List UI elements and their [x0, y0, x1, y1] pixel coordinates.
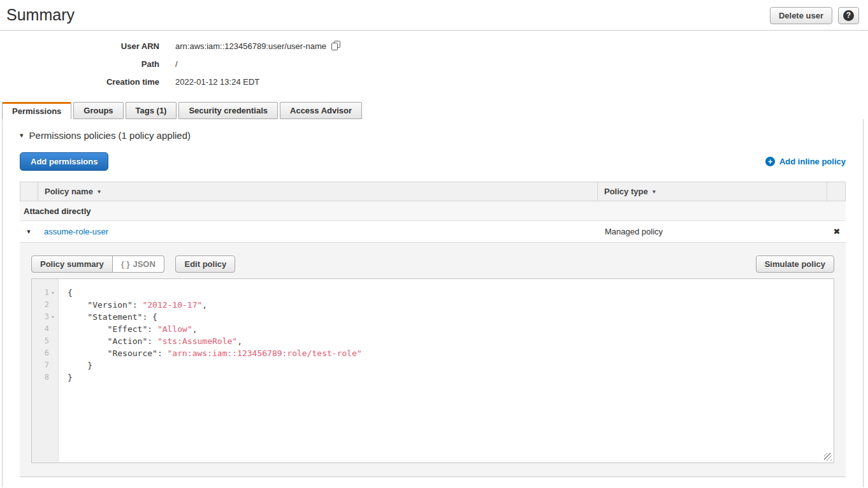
- info-row: User ARNarn:aws:iam::123456789:user/user…: [0, 42, 868, 50]
- line-number: 2: [32, 299, 58, 311]
- code-line: "Effect": "Allow",: [68, 323, 834, 335]
- policy-json-editor[interactable]: 1▾23▾45678 { "Version": "2012-10-17", "S…: [31, 278, 834, 463]
- permissions-toolbar: Add permissions + Add inline policy: [20, 152, 846, 171]
- tab-security-credentials[interactable]: Security credentials: [178, 102, 278, 119]
- expand-column-header: [20, 182, 38, 201]
- code-line: "Action": "sts:AssumeRole",: [68, 335, 834, 347]
- remove-column-header: [827, 182, 845, 201]
- json-button-label: JSON: [133, 259, 155, 269]
- header-actions: Delete user ?: [770, 7, 859, 24]
- collapse-caret-icon: ▾: [20, 131, 24, 140]
- policy-name-column-header[interactable]: Policy name ▾: [38, 182, 598, 201]
- code-line: {: [68, 287, 834, 299]
- info-row: Creation time2022-01-12 13:24 EDT: [0, 78, 868, 86]
- help-button[interactable]: ?: [838, 7, 859, 24]
- copy-icon[interactable]: [331, 41, 340, 52]
- editor-code-area[interactable]: { "Version": "2012-10-17", "Statement": …: [59, 279, 834, 463]
- help-icon: ?: [843, 10, 854, 21]
- permissions-tab-panel: ▾ Permissions policies (1 policy applied…: [2, 119, 864, 487]
- fold-caret-icon[interactable]: ▾: [49, 287, 57, 299]
- row-expand-caret-icon[interactable]: ▾: [20, 227, 38, 236]
- line-number: 6: [32, 347, 58, 359]
- policy-table: Policy name ▾ Policy type ▾ Attached dir…: [20, 182, 846, 477]
- view-buttons-group: Policy summary { } JSON Edit policy: [31, 255, 235, 273]
- info-value: 2022-01-12 13:24 EDT: [175, 77, 259, 87]
- code-line: "Version": "2012-10-17",: [68, 299, 834, 311]
- info-label: Creation time: [0, 77, 159, 87]
- code-line: "Statement": {: [68, 311, 834, 323]
- tab-tags-1[interactable]: Tags (1): [126, 102, 177, 119]
- policy-type-header-label: Policy type: [604, 187, 648, 196]
- editor-line-number-gutter: 1▾23▾45678: [32, 279, 59, 463]
- line-number: 3▾: [32, 311, 58, 323]
- policy-type-cell: Managed policy: [598, 227, 828, 236]
- fold-caret-icon[interactable]: ▾: [49, 311, 57, 323]
- line-number: 8: [32, 371, 58, 384]
- info-row: Path/: [0, 60, 868, 68]
- tab-bar: PermissionsGroupsTags (1)Security creden…: [0, 102, 868, 119]
- sort-caret-icon: ▾: [653, 188, 656, 195]
- policy-type-column-header[interactable]: Policy type ▾: [598, 182, 827, 201]
- page-header: Summary Delete user ?: [0, 0, 868, 31]
- policy-table-row: ▾ assume-role-user Managed policy ✖: [20, 221, 846, 242]
- info-label: User ARN: [0, 41, 159, 51]
- page-title: Summary: [6, 5, 75, 24]
- info-value: arn:aws:iam::123456789:user/user-name: [175, 41, 340, 52]
- json-view-button[interactable]: { } JSON: [113, 255, 164, 273]
- tab-groups[interactable]: Groups: [73, 102, 123, 119]
- code-line: }: [68, 371, 834, 384]
- detach-policy-icon[interactable]: ✖: [828, 227, 846, 236]
- tab-access-advisor[interactable]: Access Advisor: [280, 102, 362, 119]
- line-number: 1▾: [32, 287, 58, 299]
- add-inline-policy-label: Add inline policy: [779, 157, 846, 166]
- line-number: 7: [32, 359, 58, 371]
- user-info-section: User ARNarn:aws:iam::123456789:user/user…: [0, 31, 868, 102]
- add-permissions-button[interactable]: Add permissions: [20, 152, 108, 171]
- policy-name-link[interactable]: assume-role-user: [44, 227, 108, 236]
- editor-resize-handle[interactable]: [824, 453, 832, 461]
- delete-user-button[interactable]: Delete user: [770, 7, 832, 24]
- add-inline-policy-link[interactable]: + Add inline policy: [765, 157, 846, 166]
- simulate-policy-button[interactable]: Simulate policy: [756, 255, 834, 273]
- braces-icon: { }: [121, 259, 130, 269]
- policy-detail-panel: Policy summary { } JSON Edit policy Simu…: [20, 242, 846, 477]
- table-header-row: Policy name ▾ Policy type ▾: [20, 182, 846, 201]
- tab-permissions[interactable]: Permissions: [2, 102, 71, 119]
- permissions-policies-section-header[interactable]: ▾ Permissions policies (1 policy applied…: [20, 119, 846, 141]
- section-header-label: Permissions policies (1 policy applied): [29, 130, 191, 141]
- line-number: 5: [32, 335, 58, 347]
- info-label: Path: [0, 59, 159, 69]
- policy-name-header-label: Policy name: [45, 187, 93, 196]
- edit-policy-button[interactable]: Edit policy: [175, 255, 235, 273]
- policy-summary-button[interactable]: Policy summary: [31, 255, 113, 273]
- code-line: }: [68, 359, 834, 371]
- info-value: /: [175, 59, 178, 69]
- plus-circle-icon: +: [765, 157, 775, 166]
- view-toggle: Policy summary { } JSON: [31, 255, 164, 273]
- group-row-attached-directly: Attached directly: [20, 201, 846, 221]
- sort-caret-icon: ▾: [98, 188, 101, 195]
- policy-name-cell: assume-role-user: [38, 227, 598, 236]
- policy-detail-toolbar: Policy summary { } JSON Edit policy Simu…: [31, 255, 834, 273]
- line-number: 4: [32, 323, 58, 335]
- code-line: "Resource": "arn:aws:iam::123456789:role…: [68, 347, 834, 359]
